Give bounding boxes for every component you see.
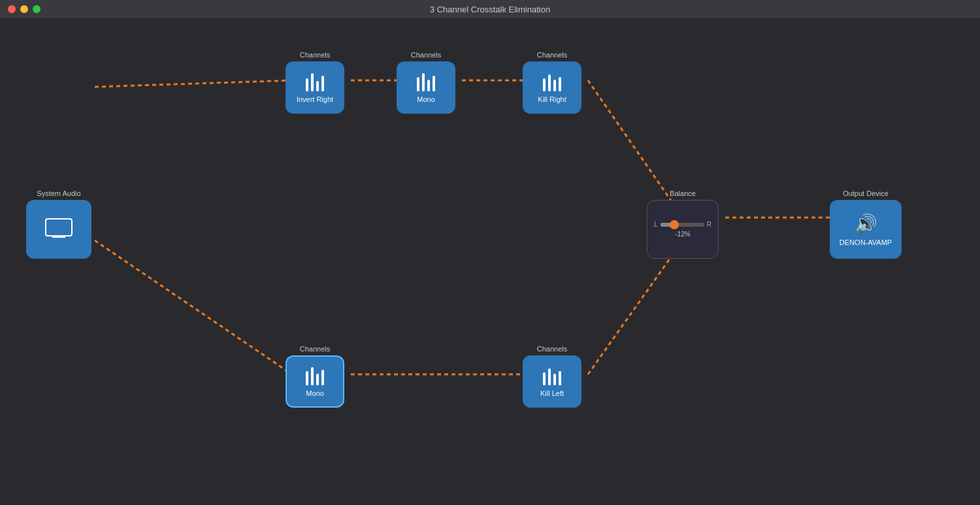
balance-thumb[interactable]: [670, 220, 679, 229]
balance-r-label: R: [707, 221, 711, 228]
close-button[interactable]: [8, 5, 16, 13]
channels-icon-kill-left: [543, 366, 561, 385]
speaker-icon: 🔊: [855, 213, 877, 235]
invert-right-label: Invert Right: [297, 95, 333, 103]
traffic-lights: [8, 5, 41, 13]
kill-left-header: Channels: [537, 345, 567, 353]
invert-right-header: Channels: [300, 51, 330, 59]
node-mono-bottom[interactable]: Channels Mono: [286, 345, 344, 408]
mono-top-label: Mono: [417, 95, 435, 103]
kill-left-box[interactable]: Kill Left: [523, 355, 581, 408]
invert-right-box[interactable]: Invert Right: [286, 61, 344, 114]
canvas: System Audio Channels Invert Right Chann…: [0, 18, 980, 505]
node-kill-left[interactable]: Channels Kill Left: [523, 345, 581, 408]
channels-icon: [306, 72, 324, 91]
minimize-button[interactable]: [20, 5, 28, 13]
node-mono-top[interactable]: Channels Mono: [397, 51, 455, 114]
node-system-audio[interactable]: System Audio: [26, 189, 91, 259]
node-kill-right[interactable]: Channels Kill Right: [523, 51, 581, 114]
monitor-icon: [44, 218, 73, 241]
mono-bottom-header: Channels: [300, 345, 330, 353]
svg-line-5: [95, 240, 292, 374]
node-balance[interactable]: Balance L R -12%: [647, 189, 719, 259]
mono-bottom-label: Mono: [306, 389, 324, 397]
balance-slider-track[interactable]: [661, 223, 704, 227]
mono-top-box[interactable]: Mono: [397, 61, 455, 114]
window-title: 3 Channel Crosstalk Elimination: [430, 5, 550, 14]
channels-icon-kill-right: [543, 72, 561, 91]
kill-right-header: Channels: [537, 51, 567, 59]
balance-label: Balance: [670, 189, 696, 197]
kill-right-label: Kill Right: [538, 95, 566, 103]
kill-left-label: Kill Left: [540, 389, 564, 397]
kill-right-box[interactable]: Kill Right: [523, 61, 581, 114]
system-audio-box[interactable]: [26, 200, 91, 259]
system-audio-label: System Audio: [37, 189, 80, 197]
channels-icon-mono-bottom: [306, 366, 324, 385]
node-invert-right[interactable]: Channels Invert Right: [286, 51, 344, 114]
channels-icon-mono-top: [417, 72, 435, 91]
mono-top-header: Channels: [411, 51, 441, 59]
output-device-name: DENON-AVAMP: [840, 238, 892, 246]
output-box[interactable]: 🔊 DENON-AVAMP: [830, 200, 902, 259]
balance-l-label: L: [654, 221, 658, 228]
balance-slider-row: L R: [654, 221, 711, 228]
mono-bottom-box[interactable]: Mono: [286, 355, 344, 408]
title-bar: 3 Channel Crosstalk Elimination: [0, 0, 980, 18]
svg-line-0: [95, 80, 292, 87]
svg-rect-8: [46, 219, 72, 236]
balance-value: -12%: [675, 231, 690, 238]
connections-layer: [0, 18, 980, 505]
node-output-device[interactable]: Output Device 🔊 DENON-AVAMP: [830, 189, 902, 259]
svg-line-7: [588, 240, 683, 374]
output-label: Output Device: [843, 189, 889, 197]
maximize-button[interactable]: [33, 5, 41, 13]
balance-box[interactable]: L R -12%: [647, 200, 719, 259]
